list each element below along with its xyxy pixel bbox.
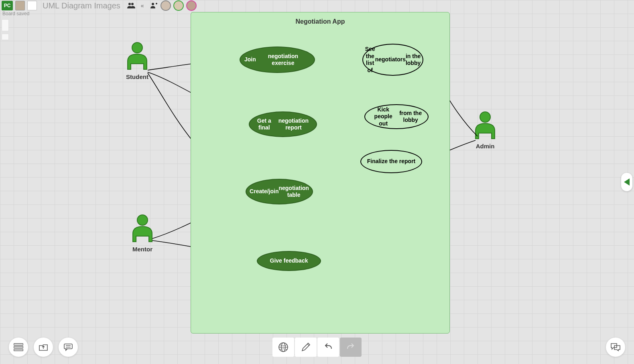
export-button[interactable]: [34, 338, 53, 357]
svg-rect-6: [14, 349, 23, 351]
topbar: PC UML Diagram Images «: [0, 0, 634, 11]
pencil-button[interactable]: [295, 338, 317, 357]
mini-slot[interactable]: [2, 19, 9, 31]
save-status: Board saved: [2, 11, 29, 16]
board-title[interactable]: UML Diagram Images: [43, 1, 120, 10]
svg-rect-4: [14, 344, 23, 345]
collaborator-dot[interactable]: [173, 0, 184, 11]
new-tab-button[interactable]: [27, 1, 37, 10]
chat-button[interactable]: [606, 338, 625, 357]
bottom-center-tools: [272, 338, 362, 357]
actor-label-student: Student: [126, 73, 148, 80]
left-mini-panel: [2, 19, 9, 42]
svg-point-1: [128, 3, 131, 5]
actor-label-admin: Admin: [476, 143, 495, 150]
comments-button[interactable]: [59, 338, 78, 357]
triangle-left-icon: [624, 178, 630, 186]
user-badge[interactable]: PC: [2, 1, 13, 10]
collaborator-avatar[interactable]: [15, 1, 25, 10]
collaborator-dot[interactable]: [186, 0, 197, 11]
svg-point-3: [152, 3, 154, 5]
add-person-icon[interactable]: [149, 1, 158, 10]
svg-rect-5: [14, 346, 23, 348]
collapse-icon[interactable]: «: [138, 1, 147, 10]
undo-button[interactable]: [317, 338, 339, 357]
collaborator-dot[interactable]: [161, 0, 171, 11]
bottom-right-tools: [606, 338, 625, 357]
svg-point-2: [131, 3, 134, 5]
svg-rect-7: [64, 344, 72, 349]
people-icon[interactable]: [127, 1, 136, 10]
right-panel-toggle[interactable]: [621, 173, 632, 191]
globe-button[interactable]: [272, 338, 294, 357]
list-button[interactable]: [9, 338, 28, 357]
bottom-left-tools: [9, 338, 78, 357]
actor-label-mentor: Mentor: [132, 246, 152, 253]
svg-line-13: [307, 344, 309, 346]
redo-button: [340, 338, 362, 357]
mini-slot[interactable]: [2, 34, 9, 40]
